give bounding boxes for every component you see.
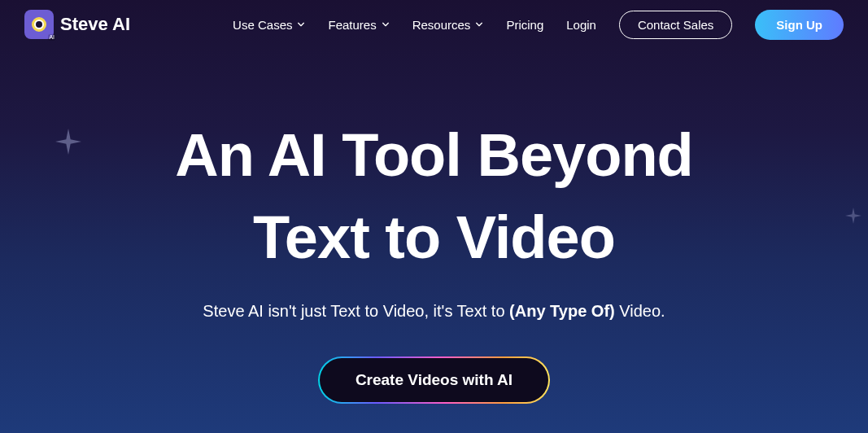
chevron-down-icon <box>475 20 483 28</box>
nav-login[interactable]: Login <box>566 18 596 32</box>
hero-cta-wrap: Create Videos with AI <box>318 356 550 404</box>
nav-features[interactable]: Features <box>328 18 389 32</box>
hero-title-line1: An AI Tool Beyond <box>175 121 693 189</box>
hero-title: An AI Tool Beyond Text to Video <box>0 122 868 271</box>
brand-logo-icon: AI <box>24 10 54 39</box>
nav-resources[interactable]: Resources <box>412 18 484 32</box>
brand-logo[interactable]: AI Steve AI <box>24 10 130 39</box>
chevron-down-icon <box>297 20 305 28</box>
nav-login-label: Login <box>566 18 596 32</box>
nav-use-cases-label: Use Cases <box>233 18 292 32</box>
brand-name: Steve AI <box>60 14 130 35</box>
sign-up-button[interactable]: Sign Up <box>755 10 844 40</box>
hero-subtitle: Steve AI isn't just Text to Video, it's … <box>0 302 868 321</box>
hero-title-line2: Text to Video <box>0 204 868 270</box>
contact-sales-button[interactable]: Contact Sales <box>619 11 732 39</box>
chevron-down-icon <box>382 20 390 28</box>
hero-section: An AI Tool Beyond Text to Video Steve AI… <box>0 49 868 404</box>
nav-use-cases[interactable]: Use Cases <box>233 18 305 32</box>
header: AI Steve AI Use Cases Features Resources… <box>0 0 868 49</box>
hero-sub-strong: (Any Type Of) <box>509 302 615 320</box>
nav-pricing[interactable]: Pricing <box>506 18 543 32</box>
main-nav: Use Cases Features Resources Pricing Log… <box>233 10 844 40</box>
nav-features-label: Features <box>328 18 376 32</box>
brand-logo-badge: AI <box>48 34 55 41</box>
nav-pricing-label: Pricing <box>506 18 543 32</box>
hero-sub-post: Video. <box>615 302 665 320</box>
create-videos-button[interactable]: Create Videos with AI <box>320 358 548 402</box>
hero-sub-pre: Steve AI isn't just Text to Video, it's … <box>203 302 509 320</box>
nav-resources-label: Resources <box>412 18 471 32</box>
